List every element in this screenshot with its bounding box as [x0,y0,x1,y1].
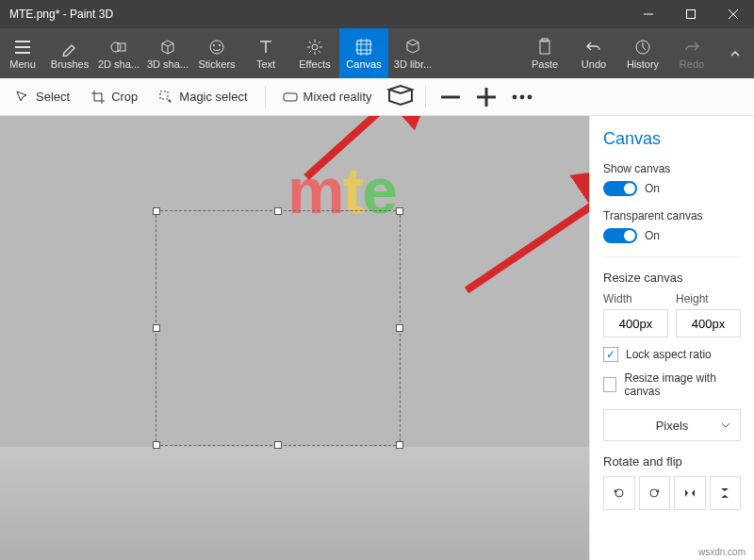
stickers-button[interactable]: Stickers [192,28,241,78]
resize-handle[interactable] [153,441,160,449]
brushes-button[interactable]: Brushes [45,28,94,78]
title-bar: MTE.png* - Paint 3D [0,0,754,28]
zoom-out-button[interactable] [435,82,466,112]
close-button[interactable] [712,0,754,28]
canvas-panel: Canvas Show canvas On Transparent canvas… [589,116,754,560]
show-canvas-toggle[interactable]: On [603,181,741,196]
resize-handle[interactable] [274,207,282,215]
svg-rect-0 [686,10,695,19]
3d-shapes-button[interactable]: 3D sha... [143,28,192,78]
svg-rect-2 [118,43,125,51]
svg-point-4 [213,44,215,46]
undo-button[interactable]: Undo [569,28,618,78]
resize-handle[interactable] [274,441,282,449]
svg-point-15 [527,94,532,99]
rotate-left-button[interactable] [603,476,635,510]
magic-select-tool[interactable]: Magic select [151,86,254,108]
svg-rect-7 [357,41,370,54]
svg-rect-8 [540,41,549,54]
resize-canvas-label: Resize canvas [603,271,741,285]
flip-vertical-button[interactable] [710,476,742,510]
chevron-down-icon [721,419,730,433]
crop-tool[interactable]: Crop [83,86,145,108]
watermark: wsxdn.com [696,546,748,558]
mixed-reality-tool[interactable]: Mixed reality [275,86,380,108]
transparent-canvas-property: Transparent canvas On [603,209,741,243]
width-input[interactable] [603,309,668,338]
window-title: MTE.png* - Paint 3D [0,8,627,21]
3d-view-button[interactable] [385,82,416,112]
svg-point-6 [312,44,318,50]
history-button[interactable]: History [618,28,667,78]
ribbon: Menu Brushes 2D sha... 3D sha... Sticker… [0,28,754,78]
svg-rect-12 [284,93,297,101]
svg-point-3 [210,41,223,54]
more-options-button[interactable] [507,82,537,112]
resize-handle[interactable] [396,324,403,332]
2d-shapes-button[interactable]: 2D sha... [94,28,143,78]
redo-button[interactable]: Redo [667,28,716,78]
height-input[interactable] [676,309,741,338]
text-button[interactable]: Text [241,28,290,78]
rotate-flip-label: Rotate and flip [603,454,741,469]
resize-handle[interactable] [396,207,403,215]
select-tool[interactable]: Select [8,86,77,108]
menu-button[interactable]: Menu [0,28,45,78]
effects-button[interactable]: Effects [290,28,339,78]
canvas-floor [0,447,589,560]
svg-point-13 [512,94,516,99]
annotation-arrow [452,187,589,304]
3d-library-button[interactable]: 3D libr... [388,28,437,78]
svg-point-5 [219,44,221,46]
lock-aspect-checkbox[interactable]: ✓Lock aspect ratio [603,347,741,362]
minimize-button[interactable] [627,0,669,28]
transparent-canvas-toggle[interactable]: On [603,228,741,243]
show-canvas-property: Show canvas On [603,162,741,196]
canvas-viewport[interactable]: mte [0,116,589,560]
units-dropdown[interactable]: Pixels [603,409,741,441]
svg-point-14 [519,94,524,99]
collapse-ribbon-button[interactable] [716,28,754,78]
svg-rect-11 [160,91,168,99]
resize-handle[interactable] [153,324,160,332]
paste-button[interactable]: Paste [520,28,569,78]
resize-handle[interactable] [396,441,403,449]
flip-horizontal-button[interactable] [674,476,706,510]
panel-title: Canvas [603,129,741,149]
resize-handle[interactable] [153,207,160,215]
rotate-right-button[interactable] [639,476,671,510]
zoom-in-button[interactable] [471,82,501,112]
resize-image-checkbox[interactable]: Resize image with canvas [603,371,741,398]
secondary-toolbar: Select Crop Magic select Mixed reality [0,78,754,116]
maximize-button[interactable] [669,0,712,28]
selection-box[interactable] [156,210,401,446]
canvas-button[interactable]: Canvas [339,28,388,78]
